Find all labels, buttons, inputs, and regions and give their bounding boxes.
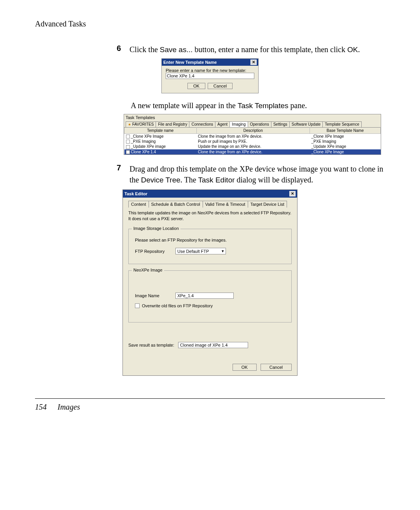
- tab-imaging[interactable]: Imaging: [229, 121, 248, 127]
- cancel-button[interactable]: Cancel: [208, 83, 233, 89]
- save-as-text: Save as...: [160, 46, 193, 54]
- step6-text-a: Click the: [130, 45, 160, 54]
- step-number: 7: [117, 163, 122, 186]
- enter-template-name-dialog: Enter New Template Name ✕ Please enter a…: [161, 58, 259, 93]
- dialog-title: Task Editor: [124, 191, 147, 196]
- close-icon[interactable]: ✕: [289, 191, 296, 196]
- row-desc: Push or pull images by PXE.: [196, 139, 310, 144]
- table-row[interactable]: Clone XPe 1.4 Clone the image from an XP…: [124, 149, 381, 154]
- tab-content[interactable]: Content: [128, 201, 149, 208]
- row-name: _Update XPe image: [131, 144, 166, 149]
- ftp-repository-label: FTP Repository: [135, 249, 170, 254]
- tab-operations[interactable]: Operations: [248, 121, 271, 127]
- table-row[interactable]: _Update XPe image Update the image on an…: [124, 144, 381, 149]
- ok-button[interactable]: OK: [187, 83, 205, 89]
- device-tree-code: Device Tree: [141, 176, 180, 184]
- row-desc: Clone the image from an XPe device.: [196, 149, 310, 154]
- overwrite-checkbox[interactable]: [135, 303, 140, 308]
- tab-target-device[interactable]: Target Device List: [248, 201, 287, 208]
- footer-section: Images: [58, 403, 80, 412]
- tab-agent[interactable]: Agent: [215, 121, 230, 127]
- task-templates-tabs: ★FAVORITES File and Registry Connections…: [124, 121, 381, 127]
- template-name-input[interactable]: [166, 73, 254, 79]
- step-6: 6 Click the Save as... button, enter a n…: [117, 44, 385, 55]
- step-text: Click the Save as... button, enter a nam…: [130, 44, 360, 55]
- col-description[interactable]: Description: [196, 127, 310, 133]
- file-icon: [126, 145, 130, 149]
- star-icon: ★: [128, 123, 131, 126]
- row-desc: Update the image on an XPe device.: [196, 144, 310, 149]
- col-template-name[interactable]: Template name: [124, 127, 197, 133]
- dialog-titlebar: Task Editor ✕: [123, 190, 297, 198]
- file-icon: [126, 150, 130, 154]
- paragraph-new-template: A new template will appear in the Task T…: [131, 101, 385, 110]
- task-templates-code: Task Templates: [238, 102, 289, 110]
- tab-software-update[interactable]: Software Update: [289, 121, 323, 127]
- row-name: _Clone XPe Image: [131, 134, 164, 138]
- task-templates-title: Task Templates: [124, 114, 381, 121]
- tab-valid-time[interactable]: Valid Time & Timeout: [203, 201, 248, 208]
- row-name: _PXE Imaging: [131, 139, 156, 144]
- neoxpe-image-legend: NeoXPe Image: [132, 268, 164, 272]
- task-editor-dialog: Task Editor ✕ Content Schedule & Batch C…: [122, 189, 298, 376]
- task-editor-tabs: Content Schedule & Batch Control Valid T…: [128, 201, 292, 208]
- close-icon[interactable]: ✕: [250, 60, 257, 65]
- row-base: _PXE Imaging: [310, 139, 380, 144]
- step-7: 7 Drag and drop this template on the XPe…: [117, 163, 385, 186]
- file-icon: [126, 135, 130, 138]
- save-result-label: Save result as template:: [128, 343, 174, 347]
- col-base-template[interactable]: Base Template Name: [310, 127, 380, 133]
- row-base: _Clone XPe Image: [310, 149, 380, 154]
- para1-b: pane.: [289, 101, 307, 110]
- page-number: 154: [35, 403, 47, 412]
- file-icon: [126, 140, 130, 144]
- image-storage-legend: Image Storage Location: [132, 226, 180, 231]
- save-result-input[interactable]: [178, 342, 248, 348]
- para1-a: A new template will appear in the: [131, 101, 238, 110]
- step6-text-c: .: [358, 45, 360, 54]
- row-desc: Clone the image from an XPe device.: [196, 133, 310, 139]
- tab-settings[interactable]: Settings: [271, 121, 290, 127]
- row-base: _Clone XPe Image: [310, 133, 380, 139]
- overwrite-label: Overwrite old files on FTP Repository: [142, 303, 213, 308]
- task-templates-panel: Task Templates ★FAVORITES File and Regis…: [124, 114, 381, 155]
- tab-schedule[interactable]: Schedule & Batch Control: [149, 201, 203, 208]
- step-number: 6: [117, 44, 122, 55]
- row-base: _Update XPe image: [310, 144, 380, 149]
- dialog-title: Enter New Template Name: [163, 60, 217, 65]
- dialog-prompt: Please enter a name for the new template…: [166, 68, 254, 73]
- tab-template-sequence[interactable]: Template Sequence: [322, 121, 361, 127]
- table-row[interactable]: _Clone XPe Image Clone the image from an…: [124, 133, 381, 139]
- ok-button[interactable]: OK: [233, 364, 257, 371]
- tab-file-registry[interactable]: File and Registry: [156, 121, 189, 127]
- table-row[interactable]: _PXE Imaging Push or pull images by PXE.…: [124, 139, 381, 144]
- page-footer: 154 Images: [35, 403, 420, 412]
- tab-favorites[interactable]: ★FAVORITES: [126, 121, 156, 127]
- page-header: Advanced Tasks: [35, 19, 385, 28]
- dialog-titlebar: Enter New Template Name ✕: [162, 59, 258, 66]
- step6-text-b: button, enter a name for this template, …: [192, 45, 347, 54]
- tab-connections[interactable]: Connections: [189, 121, 215, 127]
- step7-b: . The: [180, 175, 198, 184]
- image-name-label: Image Name: [135, 293, 170, 298]
- cancel-button[interactable]: Cancel: [261, 364, 292, 371]
- image-storage-fieldset: Image Storage Location Please select an …: [128, 229, 292, 264]
- footer-divider: [35, 398, 385, 399]
- ftp-value: Use Default FTP: [177, 249, 209, 254]
- ok-text: OK: [347, 46, 358, 54]
- task-editor-description: This template updates the image on NeoXP…: [128, 210, 292, 222]
- task-templates-table: Template name Description Base Template …: [124, 127, 381, 154]
- chevron-down-icon: ▾: [222, 249, 224, 254]
- storage-prompt: Please select an FTP Repository for the …: [135, 238, 285, 242]
- row-name: Clone XPe 1.4: [131, 150, 156, 154]
- step-text: Drag and drop this template on the XPe d…: [130, 163, 385, 186]
- step7-c: dialog will be displayed.: [235, 175, 313, 184]
- neoxpe-image-fieldset: NeoXPe Image Image Name Overwrite old fi…: [128, 270, 292, 322]
- image-name-input[interactable]: [175, 293, 234, 299]
- ftp-repository-select[interactable]: Use Default FTP ▾: [175, 248, 226, 254]
- tab-favorites-label: FAVORITES: [132, 122, 154, 126]
- task-editor-code: Task Editor: [198, 176, 235, 184]
